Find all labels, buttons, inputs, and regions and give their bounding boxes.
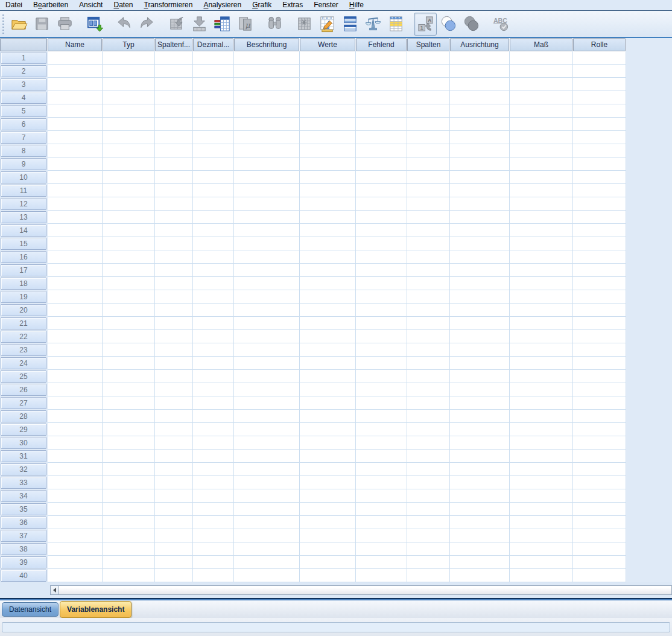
cell-r7c7[interactable] [356, 131, 407, 144]
cell-r33c3[interactable] [155, 476, 193, 489]
cell-r18c9[interactable] [450, 277, 510, 290]
cell-r1c5[interactable] [234, 51, 300, 65]
cell-r21c1[interactable] [48, 317, 103, 330]
cell-r24c9[interactable] [450, 357, 510, 370]
cell-r39c5[interactable] [234, 556, 300, 569]
use-variable-sets-button[interactable] [437, 13, 460, 36]
cell-r11c3[interactable] [155, 184, 193, 197]
cell-r19c7[interactable] [356, 290, 407, 304]
cell-r13c8[interactable] [407, 211, 450, 224]
cell-r20c4[interactable] [193, 304, 234, 317]
cell-r20c11[interactable] [573, 304, 626, 317]
cell-r27c10[interactable] [510, 396, 573, 410]
cell-r33c5[interactable] [234, 476, 300, 489]
cell-r15c5[interactable] [234, 237, 300, 250]
cell-r31c8[interactable] [407, 450, 450, 463]
cell-r18c3[interactable] [155, 277, 193, 290]
cell-r4c6[interactable] [300, 91, 356, 104]
cell-r35c3[interactable] [155, 503, 193, 516]
cell-r29c11[interactable] [573, 423, 626, 436]
cell-r35c11[interactable] [573, 503, 626, 516]
cell-r33c6[interactable] [300, 476, 356, 489]
cell-r24c6[interactable] [300, 357, 356, 370]
cell-r26c2[interactable] [103, 383, 155, 396]
toolbar-drag-handle[interactable] [2, 14, 4, 34]
cell-r38c4[interactable] [193, 542, 234, 556]
cell-r29c6[interactable] [300, 423, 356, 436]
cell-r30c10[interactable] [510, 436, 573, 450]
cell-r24c8[interactable] [407, 357, 450, 370]
cell-r30c5[interactable] [234, 436, 300, 450]
cell-r4c5[interactable] [234, 91, 300, 104]
cell-r34c10[interactable] [510, 489, 573, 503]
cell-r12c9[interactable] [450, 197, 510, 211]
cell-r15c4[interactable] [193, 237, 234, 250]
scrollbar-thumb[interactable] [59, 585, 672, 595]
cell-r19c9[interactable] [450, 290, 510, 304]
cell-r1c9[interactable] [450, 51, 510, 65]
cell-r32c9[interactable] [450, 463, 510, 476]
cell-r37c10[interactable] [510, 529, 573, 542]
cell-r31c9[interactable] [450, 450, 510, 463]
cell-r9c11[interactable] [573, 157, 626, 171]
cell-r35c6[interactable] [300, 503, 356, 516]
cell-r37c3[interactable] [155, 529, 193, 542]
cell-r5c5[interactable] [234, 104, 300, 118]
cell-r32c3[interactable] [155, 463, 193, 476]
cell-r26c7[interactable] [356, 383, 407, 396]
cell-r40c4[interactable] [193, 569, 234, 582]
dialog-recall-button[interactable] [83, 13, 106, 36]
insert-variable-button[interactable] [315, 13, 338, 36]
cell-r7c10[interactable] [510, 131, 573, 144]
cell-r24c4[interactable] [193, 357, 234, 370]
cell-r39c11[interactable] [573, 556, 626, 569]
cell-r23c5[interactable] [234, 343, 300, 357]
cell-r8c2[interactable] [103, 144, 155, 157]
row-header-36[interactable]: 36 [0, 516, 48, 529]
row-header-1[interactable]: 1 [0, 51, 48, 65]
cell-r28c8[interactable] [407, 410, 450, 423]
cell-r27c7[interactable] [356, 396, 407, 410]
column-header-name[interactable]: Name [48, 38, 102, 51]
row-header-6[interactable]: 6 [0, 118, 48, 131]
cell-r37c6[interactable] [300, 529, 356, 542]
column-header-fehlend[interactable]: Fehlend [356, 38, 407, 51]
row-header-22[interactable]: 22 [0, 330, 48, 343]
cell-r7c3[interactable] [155, 131, 193, 144]
undo-button[interactable] [112, 13, 135, 36]
cell-r7c8[interactable] [407, 131, 450, 144]
cell-r37c8[interactable] [407, 529, 450, 542]
cell-r3c3[interactable] [155, 78, 193, 91]
cell-r9c10[interactable] [510, 157, 573, 171]
cell-r10c6[interactable] [300, 171, 356, 184]
cell-r14c4[interactable] [193, 224, 234, 237]
cell-r13c4[interactable] [193, 211, 234, 224]
cell-r31c11[interactable] [573, 450, 626, 463]
cell-r15c1[interactable] [48, 237, 103, 250]
cell-r40c5[interactable] [234, 569, 300, 582]
cell-r5c9[interactable] [450, 104, 510, 118]
cell-r23c6[interactable] [300, 343, 356, 357]
cell-r27c2[interactable] [103, 396, 155, 410]
cell-r35c7[interactable] [356, 503, 407, 516]
cell-r29c7[interactable] [356, 423, 407, 436]
cell-r13c9[interactable] [450, 211, 510, 224]
cell-r12c8[interactable] [407, 197, 450, 211]
cell-r37c2[interactable] [103, 529, 155, 542]
cell-r6c5[interactable] [234, 118, 300, 131]
cell-r24c3[interactable] [155, 357, 193, 370]
cell-r4c11[interactable] [573, 91, 626, 104]
cell-r10c11[interactable] [573, 171, 626, 184]
cell-r21c11[interactable] [573, 317, 626, 330]
cell-r26c11[interactable] [573, 383, 626, 396]
cell-r6c1[interactable] [48, 118, 103, 131]
cell-r40c10[interactable] [510, 569, 573, 582]
cell-r40c3[interactable] [155, 569, 193, 582]
cell-r25c7[interactable] [356, 370, 407, 383]
cell-r30c4[interactable] [193, 436, 234, 450]
cell-r7c11[interactable] [573, 131, 626, 144]
cell-r35c8[interactable] [407, 503, 450, 516]
cell-r11c1[interactable] [48, 184, 103, 197]
cell-r28c1[interactable] [48, 410, 103, 423]
cell-r7c1[interactable] [48, 131, 103, 144]
